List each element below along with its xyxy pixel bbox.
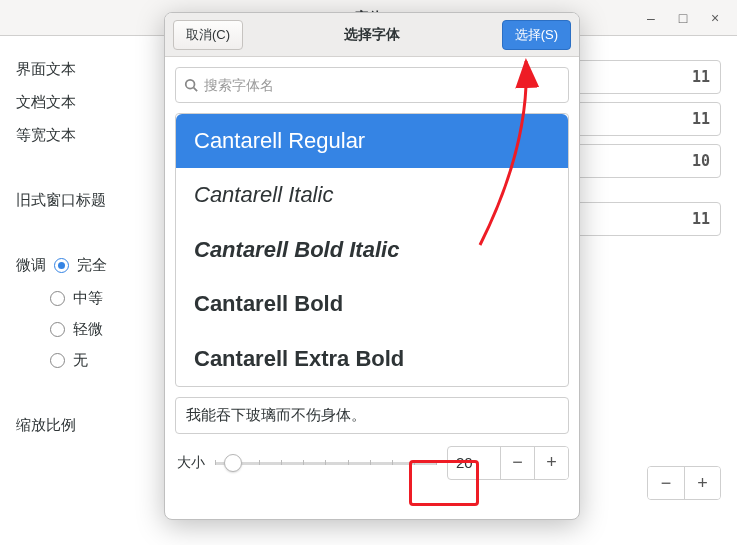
size-row: 大小 − + — [175, 444, 569, 492]
radio-label-medium: 中等 — [73, 289, 103, 308]
size-increase-button[interactable]: + — [534, 446, 568, 480]
select-button[interactable]: 选择(S) — [502, 20, 571, 50]
font-size: 11 — [692, 68, 710, 86]
font-item-cantarell-italic[interactable]: Cantarell Italic — [176, 168, 568, 222]
radio-hinting-slight[interactable] — [50, 322, 65, 337]
label-monospace-text: 等宽文本 — [16, 126, 156, 145]
close-icon[interactable]: × — [707, 10, 723, 26]
font-item-cantarell-regular[interactable]: Cantarell Regular — [176, 114, 568, 168]
font-size: 10 — [692, 152, 710, 170]
left-labels-column: 界面文本 文档文本 等宽文本 旧式窗口标题 微调 完全 中等 轻微 无 缩放比例 — [16, 60, 156, 500]
radio-hinting-full[interactable] — [54, 258, 69, 273]
font-item-cantarell-extra-bold[interactable]: Cantarell Extra Bold — [176, 332, 568, 386]
preview-text[interactable]: 我能吞下玻璃而不伤身体。 — [175, 397, 569, 434]
size-spinbox: − + — [447, 446, 569, 480]
dialog-header: 取消(C) 选择字体 选择(S) — [165, 13, 579, 57]
label-document-text: 文档文本 — [16, 93, 156, 112]
font-list: Cantarell Regular Cantarell Italic Canta… — [175, 113, 569, 387]
radio-label-full: 完全 — [77, 256, 107, 275]
size-label: 大小 — [177, 454, 205, 472]
minimize-icon[interactable]: – — [643, 10, 659, 26]
dialog-title: 选择字体 — [251, 26, 494, 44]
radio-label-slight: 轻微 — [73, 320, 103, 339]
font-size: 11 — [692, 110, 710, 128]
maximize-icon[interactable]: □ — [675, 10, 691, 26]
size-input[interactable] — [448, 454, 500, 471]
search-icon — [184, 78, 198, 92]
size-decrease-button[interactable]: − — [500, 446, 534, 480]
svg-line-1 — [194, 88, 198, 92]
label-hinting: 微调 — [16, 256, 46, 275]
radio-hinting-none[interactable] — [50, 353, 65, 368]
font-chooser-dialog: 取消(C) 选择字体 选择(S) Cantarell Regular Canta… — [164, 12, 580, 520]
label-interface-text: 界面文本 — [16, 60, 156, 79]
search-field[interactable] — [175, 67, 569, 103]
size-slider[interactable] — [215, 453, 437, 473]
search-input[interactable] — [204, 77, 560, 93]
font-item-cantarell-bold[interactable]: Cantarell Bold — [176, 277, 568, 331]
font-item-cantarell-bold-italic[interactable]: Cantarell Bold Italic — [176, 223, 568, 277]
slider-thumb[interactable] — [224, 454, 242, 472]
cancel-button[interactable]: 取消(C) — [173, 20, 243, 50]
label-legacy-title: 旧式窗口标题 — [16, 191, 156, 210]
scale-increase-button[interactable]: + — [684, 467, 720, 499]
scale-decrease-button[interactable]: − — [648, 467, 684, 499]
window-controls: – □ × — [643, 0, 723, 36]
svg-point-0 — [186, 80, 195, 89]
scale-spinner: − + — [647, 466, 721, 500]
radio-hinting-medium[interactable] — [50, 291, 65, 306]
font-size: 11 — [692, 210, 710, 228]
radio-label-none: 无 — [73, 351, 88, 370]
label-scale: 缩放比例 — [16, 416, 156, 435]
